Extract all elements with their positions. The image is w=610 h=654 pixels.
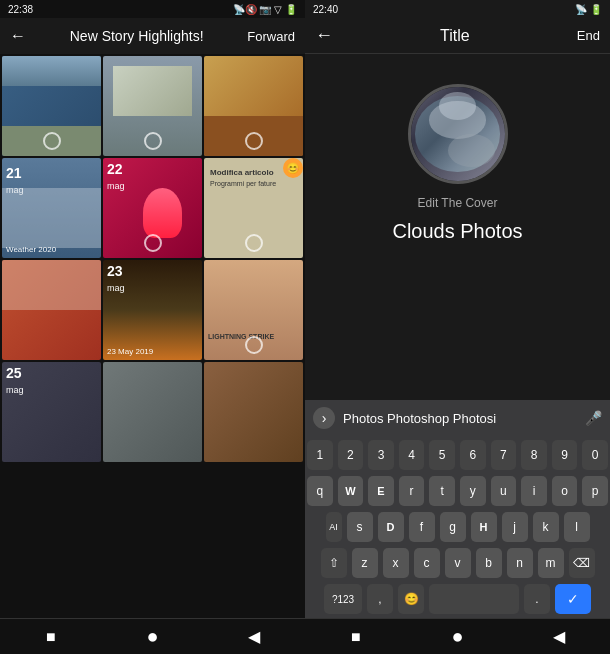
keyboard-suggestions-bar: › Photos Photoshop Photosi 🎤: [305, 400, 610, 436]
suggestion-words[interactable]: Photos Photoshop Photosi: [343, 411, 577, 426]
grid-cell-2[interactable]: [204, 56, 303, 156]
right-nav-circle-icon[interactable]: ●: [437, 622, 477, 652]
key-p[interactable]: p: [582, 476, 608, 506]
left-status-time: 22:38: [8, 4, 33, 15]
key-2[interactable]: 2: [338, 440, 364, 470]
key-6[interactable]: 6: [460, 440, 486, 470]
grid-cell-1[interactable]: [103, 56, 202, 156]
left-status-bar: 22:38 📡🔇 📷 ▽ 🔋: [0, 0, 305, 18]
key-9[interactable]: 9: [552, 440, 578, 470]
right-header: ← Title End: [305, 18, 610, 54]
suggestion-expand-icon[interactable]: ›: [313, 407, 335, 429]
nav-back-icon[interactable]: ◀: [234, 622, 274, 652]
grid-cell-3[interactable]: 21mag Weather 2020: [2, 158, 101, 258]
key-x[interactable]: x: [383, 548, 409, 578]
key-i[interactable]: i: [521, 476, 547, 506]
keyboard: 1 2 3 4 5 6 7 8 9 0 q W E r t y u i o p …: [305, 436, 610, 618]
back-icon[interactable]: ←: [10, 27, 26, 45]
key-7[interactable]: 7: [491, 440, 517, 470]
left-status-icons: 📡🔇 📷 ▽ 🔋: [233, 4, 297, 15]
end-button[interactable]: End: [577, 28, 600, 43]
space-key[interactable]: [429, 584, 519, 614]
highlight-editor: Edit The Cover Clouds Photos: [305, 54, 610, 400]
grid-cell-6[interactable]: [2, 260, 101, 360]
right-nav-bar: ■ ● ◀: [305, 618, 610, 654]
key-row-qwerty: q W E r t y u i o p: [307, 476, 608, 506]
key-e[interactable]: E: [368, 476, 394, 506]
key-h[interactable]: H: [471, 512, 497, 542]
key-row-asdf: AI s D f g H j k l: [307, 512, 608, 542]
mic-icon[interactable]: 🎤: [585, 410, 602, 426]
right-header-title[interactable]: Title: [440, 27, 470, 45]
key-row-zxcv: ⇧ z x c v b n m ⌫: [307, 548, 608, 578]
key-c[interactable]: c: [414, 548, 440, 578]
key-y[interactable]: y: [460, 476, 486, 506]
key-j[interactable]: j: [502, 512, 528, 542]
grid-cell-0[interactable]: [2, 56, 101, 156]
key-d[interactable]: D: [378, 512, 404, 542]
forward-button[interactable]: Forward: [247, 29, 295, 44]
grid-cell-11[interactable]: [204, 362, 303, 462]
key-n[interactable]: n: [507, 548, 533, 578]
key-k[interactable]: k: [533, 512, 559, 542]
shift-key[interactable]: ⇧: [321, 548, 347, 578]
key-4[interactable]: 4: [399, 440, 425, 470]
highlight-title-text: Clouds Photos: [392, 220, 522, 243]
key-q[interactable]: q: [307, 476, 333, 506]
key-z[interactable]: z: [352, 548, 378, 578]
grid-cell-7[interactable]: 23mag 23 May 2019: [103, 260, 202, 360]
key-l[interactable]: l: [564, 512, 590, 542]
key-v[interactable]: v: [445, 548, 471, 578]
key-s[interactable]: s: [347, 512, 373, 542]
edit-cover-label[interactable]: Edit The Cover: [418, 196, 498, 210]
key-f[interactable]: f: [409, 512, 435, 542]
comma-key[interactable]: ,: [367, 584, 393, 614]
grid-cell-10[interactable]: [103, 362, 202, 462]
key-8[interactable]: 8: [521, 440, 547, 470]
symbols-key[interactable]: ?123: [324, 584, 362, 614]
key-b[interactable]: b: [476, 548, 502, 578]
right-status-time: 22:40: [313, 4, 338, 15]
key-u[interactable]: u: [491, 476, 517, 506]
right-status-icons: 📡 🔋: [575, 4, 602, 15]
confirm-key[interactable]: ✓: [555, 584, 591, 614]
key-3[interactable]: 3: [368, 440, 394, 470]
grid-cell-5[interactable]: Modifica articolo Programmi per fature 😊: [204, 158, 303, 258]
nav-circle-icon[interactable]: ●: [132, 622, 172, 652]
grid-cell-9[interactable]: 25mag: [2, 362, 101, 462]
key-r[interactable]: r: [399, 476, 425, 506]
left-nav-bar: ■ ● ◀: [0, 618, 305, 654]
right-nav-back-icon[interactable]: ◀: [539, 622, 579, 652]
key-0[interactable]: 0: [582, 440, 608, 470]
key-o[interactable]: o: [552, 476, 578, 506]
selection-circle-0: [43, 132, 61, 150]
grid-cell-8[interactable]: LIGHTNING STRIKE: [204, 260, 303, 360]
story-grid: 21mag Weather 2020 22mag Modifica artico…: [0, 54, 305, 618]
key-w[interactable]: W: [338, 476, 364, 506]
selection-circle-5: [245, 234, 263, 252]
backspace-key[interactable]: ⌫: [569, 548, 595, 578]
period-key[interactable]: .: [524, 584, 550, 614]
key-row-numbers: 1 2 3 4 5 6 7 8 9 0: [307, 440, 608, 470]
left-header-title: New Story Highlights!: [70, 28, 204, 44]
key-t[interactable]: t: [429, 476, 455, 506]
left-panel: 22:38 📡🔇 📷 ▽ 🔋 ← New Story Highlights! F…: [0, 0, 305, 654]
nav-square-icon[interactable]: ■: [31, 622, 71, 652]
key-a-wide[interactable]: AI: [326, 512, 342, 542]
right-status-bar: 22:40 📡 🔋: [305, 0, 610, 18]
key-5[interactable]: 5: [429, 440, 455, 470]
key-g[interactable]: g: [440, 512, 466, 542]
right-back-icon[interactable]: ←: [315, 25, 333, 46]
right-nav-square-icon[interactable]: ■: [336, 622, 376, 652]
key-m[interactable]: m: [538, 548, 564, 578]
key-1[interactable]: 1: [307, 440, 333, 470]
key-row-bottom: ?123 , 😊 . ✓: [307, 584, 608, 614]
cover-photo-circle[interactable]: [408, 84, 508, 184]
selection-circle-4: [144, 234, 162, 252]
grid-cell-4[interactable]: 22mag: [103, 158, 202, 258]
selection-circle-2: [245, 132, 263, 150]
emoji-key[interactable]: 😊: [398, 584, 424, 614]
selection-circle-1: [144, 132, 162, 150]
left-header: ← New Story Highlights! Forward: [0, 18, 305, 54]
selection-circle-8: [245, 336, 263, 354]
